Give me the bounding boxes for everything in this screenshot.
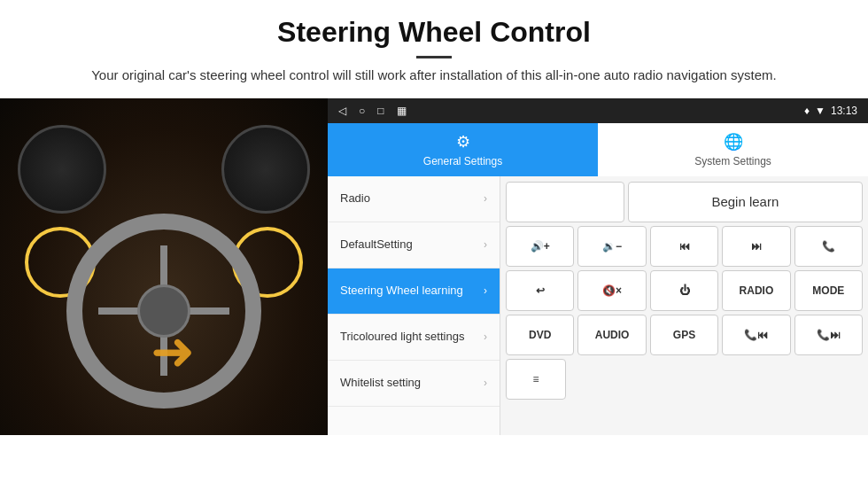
nav-buttons: ◁ ○ □ ▦ (338, 105, 407, 117)
android-ui: ◁ ○ □ ▦ ♦ ▼ 13:13 ⚙ General Settings 🌐 S… (328, 98, 868, 435)
gauge-right (221, 125, 310, 214)
gps-button[interactable]: GPS (650, 315, 718, 355)
tab-general-label: General Settings (423, 155, 502, 167)
menu-item-steering[interactable]: Steering Wheel learning › (328, 268, 500, 315)
gps-label: GPS (673, 329, 695, 341)
sidebar-menu: Radio › DefaultSetting › Steering Wheel … (328, 176, 500, 435)
wifi-icon: ▼ (815, 105, 825, 117)
next-track-button[interactable]: ⏭ (722, 226, 790, 267)
dvd-label: DVD (529, 329, 551, 341)
settings-tabs: ⚙ General Settings 🌐 System Settings (328, 123, 868, 176)
menu-label-tricoloured: Tricoloured light settings (340, 330, 464, 345)
btn-row-3: DVD AUDIO GPS 📞⏮ 📞⏭ (506, 315, 863, 355)
btn-row-0: Begin learn (506, 182, 863, 222)
chevron-whitelist-icon: › (484, 377, 487, 389)
menu-item-radio[interactable]: Radio › (328, 176, 500, 222)
audio-button[interactable]: AUDIO (577, 315, 646, 355)
nav-screenshot[interactable]: ▦ (397, 105, 407, 117)
menu-label-default: DefaultSetting (340, 237, 413, 253)
mode-label: MODE (812, 284, 844, 297)
btn-row-4: ≡ (506, 359, 863, 400)
time-display: 13:13 (831, 105, 857, 117)
hangup-button[interactable]: ↩ (506, 270, 574, 311)
btn-row-1: 🔊+ 🔉− ⏮ ⏭ 📞 (506, 226, 863, 267)
controls-panel: Begin learn 🔊+ 🔉− ⏮ ⏭ (500, 176, 868, 435)
audio-label: AUDIO (595, 329, 630, 341)
vol-down-icon: 🔉− (602, 240, 622, 253)
tab-general[interactable]: ⚙ General Settings (328, 123, 598, 176)
menu-label-radio: Radio (340, 191, 370, 206)
vol-up-icon: 🔊+ (531, 240, 550, 253)
tel-prev-icon: 📞⏮ (744, 329, 768, 341)
content-area: ➜ ◁ ○ □ ▦ ♦ ▼ 13:13 ⚙ General Settings (0, 98, 868, 435)
vol-up-button[interactable]: 🔊+ (506, 226, 574, 267)
tab-system[interactable]: 🌐 System Settings (598, 123, 868, 176)
signal-icon: ♦ (804, 105, 810, 117)
menu-item-tricoloured[interactable]: Tricoloured light settings › (328, 315, 500, 361)
status-icons: ♦ ▼ 13:13 (804, 105, 857, 117)
menu-item-whitelist[interactable]: Whitelist setting › (328, 361, 500, 407)
status-bar: ◁ ○ □ ▦ ♦ ▼ 13:13 (328, 98, 868, 123)
page-subtitle: Your original car's steering wheel contr… (35, 66, 833, 86)
tel-next-button[interactable]: 📞⏭ (794, 315, 863, 355)
begin-learn-button[interactable]: Begin learn (628, 182, 863, 222)
page-title: Steering Wheel Control (35, 16, 833, 49)
page-header: Steering Wheel Control Your original car… (0, 0, 868, 95)
list-button[interactable]: ≡ (506, 359, 566, 400)
tab-system-label: System Settings (694, 155, 771, 167)
system-settings-icon: 🌐 (724, 132, 743, 152)
main-panel: Radio › DefaultSetting › Steering Wheel … (328, 176, 868, 435)
chevron-tricoloured-icon: › (484, 331, 487, 343)
vol-down-button[interactable]: 🔉− (577, 226, 646, 267)
menu-label-whitelist: Whitelist setting (340, 376, 421, 391)
hangup-icon: ↩ (536, 284, 545, 297)
btn-row-2: ↩ 🔇× ⏻ RADIO MODE (506, 270, 863, 311)
general-settings-icon: ⚙ (456, 132, 470, 152)
empty-placeholder (506, 182, 624, 222)
gauge-left (18, 125, 106, 214)
list-icon: ≡ (532, 373, 539, 385)
tel-next-icon: 📞⏭ (817, 329, 841, 341)
menu-item-default[interactable]: DefaultSetting › (328, 222, 500, 268)
title-divider (416, 56, 452, 58)
phone-button[interactable]: 📞 (794, 226, 863, 267)
radio-label: RADIO (740, 284, 774, 297)
car-image: ➜ (0, 98, 328, 435)
menu-label-steering: Steering Wheel learning (340, 284, 463, 299)
prev-track-icon: ⏮ (679, 240, 690, 253)
nav-recent[interactable]: □ (377, 105, 384, 117)
begin-learn-label: Begin learn (711, 194, 779, 209)
next-track-icon: ⏭ (751, 240, 762, 253)
chevron-radio-icon: › (484, 192, 487, 205)
power-icon: ⏻ (679, 284, 690, 297)
tel-prev-button[interactable]: 📞⏮ (722, 315, 790, 355)
nav-home[interactable]: ○ (359, 105, 365, 117)
chevron-default-icon: › (484, 238, 487, 251)
nav-back[interactable]: ◁ (338, 105, 346, 117)
mute-button[interactable]: 🔇× (577, 270, 646, 311)
prev-track-button[interactable]: ⏮ (650, 226, 718, 267)
arrow-icon: ➜ (151, 320, 195, 382)
dvd-button[interactable]: DVD (506, 315, 574, 355)
power-button[interactable]: ⏻ (650, 270, 718, 311)
phone-icon: 📞 (822, 240, 835, 253)
chevron-steering-icon: › (484, 284, 487, 297)
mode-button[interactable]: MODE (794, 270, 863, 311)
mute-icon: 🔇× (602, 284, 622, 297)
radio-button[interactable]: RADIO (722, 270, 790, 311)
